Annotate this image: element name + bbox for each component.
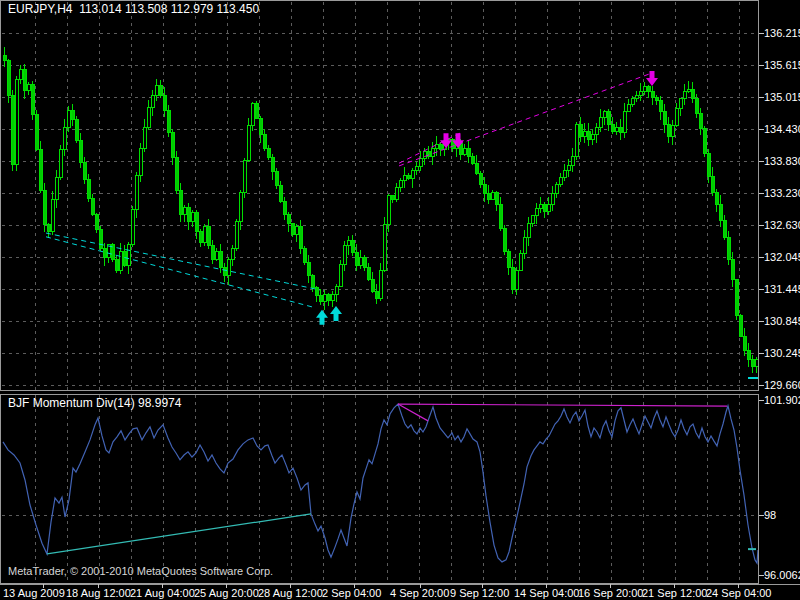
time-axis-label: 18 Aug 12:00 (66, 587, 131, 599)
price-axis-label: 129.660 (764, 379, 800, 391)
price-axis-label: 136.215 (764, 27, 800, 39)
chart-title: EURJPY,H4 113.014 113.508 112.979 113.45… (8, 3, 259, 15)
indicator-axis-label: 98 (764, 509, 776, 521)
watermark: MetaTrader, © 2001-2010 MetaQuotes Softw… (8, 565, 273, 577)
cyan-trendline (46, 233, 320, 290)
price-axis-label: 135.015 (764, 91, 800, 103)
indicator-title: BJF Momentum Div(14) 98.9974 (8, 397, 181, 409)
mt4-chart-window: EURJPY,H4 113.014 113.508 112.979 113.45… (0, 0, 800, 600)
time-axis-label: 9 Sep 12:00 (450, 587, 509, 599)
price-axis-label: 134.430 (764, 123, 800, 135)
magenta-trendline (399, 74, 649, 166)
chart-canvas[interactable] (0, 0, 800, 600)
price-axis-label: 131.445 (764, 283, 800, 295)
time-axis-label: 13 Aug 2009 (3, 587, 65, 599)
axis-ticks (44, 34, 765, 589)
panel-borders (0, 1, 800, 585)
time-axis-label: 28 Aug 12:00 (258, 587, 323, 599)
price-axis-label: 130.245 (764, 347, 800, 359)
indicator-axis-label: 101.9024 (764, 394, 800, 406)
sell-arrow-icon (646, 71, 658, 86)
buy-arrow-icon (330, 306, 342, 321)
momentum-indicator-line (3, 404, 758, 563)
candlestick-series (3, 47, 758, 373)
indicator-axis-label: 96.0062 (764, 569, 800, 581)
indicator-cyan-trendline (47, 514, 311, 554)
time-axis-label: 21 Aug 04:00 (130, 587, 195, 599)
time-axis-label: 24 Sep 04:00 (706, 587, 771, 599)
time-axis-label: 25 Aug 20:00 (194, 587, 259, 599)
divergence-trendlines[interactable] (46, 74, 727, 554)
price-axis-label: 133.230 (764, 187, 800, 199)
price-axis-label: 133.830 (764, 155, 800, 167)
time-axis-label: 21 Sep 12:00 (642, 587, 707, 599)
price-axis-label: 130.845 (764, 315, 800, 327)
time-axis-label: 4 Sep 20:00 (390, 587, 449, 599)
indicator-magenta-trendline (398, 404, 727, 406)
time-axis-label: 16 Sep 20:00 (578, 587, 643, 599)
cyan-trendline (46, 237, 313, 307)
price-axis-label: 132.630 (764, 219, 800, 231)
price-axis-label: 135.615 (764, 59, 800, 71)
buy-arrow-icon (316, 310, 328, 325)
time-axis-label: 14 Sep 04:00 (514, 587, 579, 599)
price-axis-label: 132.045 (764, 251, 800, 263)
time-axis-label: 2 Sep 04:00 (322, 587, 381, 599)
